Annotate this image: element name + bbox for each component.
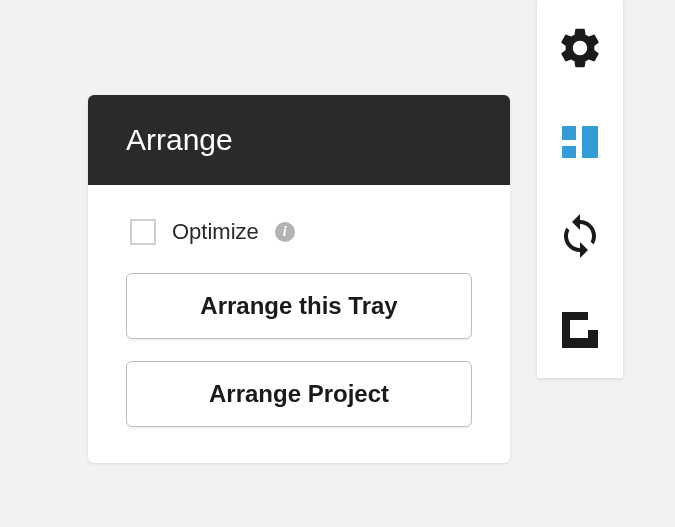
optimize-checkbox[interactable]: [130, 219, 156, 245]
info-icon[interactable]: i: [275, 222, 295, 242]
arrange-project-button[interactable]: Arrange Project: [126, 361, 472, 427]
arrange-this-tray-button[interactable]: Arrange this Tray: [126, 273, 472, 339]
export-icon[interactable]: [556, 306, 604, 354]
arrange-panel: Arrange Optimize i Arrange this Tray Arr…: [88, 95, 510, 463]
panel-title: Arrange: [88, 95, 510, 185]
optimize-label: Optimize: [172, 219, 259, 245]
optimize-row: Optimize i: [130, 219, 472, 245]
panel-body: Optimize i Arrange this Tray Arrange Pro…: [88, 185, 510, 463]
refresh-icon[interactable]: [556, 212, 604, 260]
svg-rect-1: [562, 146, 576, 158]
svg-rect-2: [582, 126, 598, 158]
arrange-icon[interactable]: [556, 118, 604, 166]
svg-rect-0: [562, 126, 576, 140]
right-sidebar: [537, 0, 623, 378]
settings-icon[interactable]: [556, 24, 604, 72]
